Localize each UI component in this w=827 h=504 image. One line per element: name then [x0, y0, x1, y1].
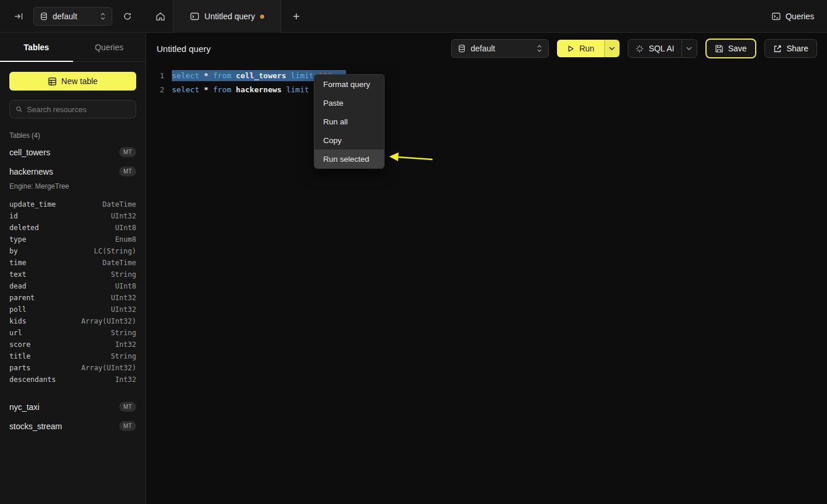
database-selector-value: default	[53, 12, 95, 21]
run-options-button[interactable]	[604, 40, 620, 57]
table-name: stocks_stream	[9, 422, 62, 431]
column-type: UInt32	[111, 294, 136, 302]
column-type: UInt32	[111, 305, 136, 314]
share-button[interactable]: Share	[764, 39, 817, 58]
sql-ai-button[interactable]: SQL AI	[628, 40, 681, 57]
column-row: parentUInt32	[9, 292, 136, 304]
column-name: url	[9, 329, 22, 337]
share-icon	[773, 44, 782, 53]
home-tab-button[interactable]	[148, 0, 172, 33]
query-toolbar: default Run SQL AI	[451, 39, 817, 58]
column-row: timeDateTime	[9, 257, 136, 269]
new-tab-button[interactable]	[288, 0, 305, 33]
table-row-hackernews[interactable]: hackernews MT	[0, 162, 146, 181]
column-name: text	[9, 270, 26, 279]
column-name: update_time	[9, 200, 56, 208]
column-name: parent	[9, 294, 34, 302]
database-icon	[40, 12, 48, 20]
column-name: by	[9, 247, 18, 255]
sql-ai-button-label: SQL AI	[649, 44, 674, 53]
sql-star: *	[204, 71, 213, 80]
engine-badge: MT	[119, 147, 136, 157]
sidebar-tab-tables[interactable]: Tables	[0, 33, 73, 61]
column-row: typeEnum8	[9, 234, 136, 245]
column-name: id	[9, 212, 18, 220]
table-name: cell_towers	[9, 148, 50, 157]
database-icon	[458, 44, 466, 53]
column-type: UInt8	[115, 282, 136, 290]
unsaved-indicator	[260, 15, 264, 19]
context-menu-item-run-all[interactable]: Run all	[314, 112, 384, 131]
search-input[interactable]	[27, 105, 130, 114]
column-row: descendantsInt32	[9, 374, 136, 385]
sidebar: Tables Queries New table Tables (4) cell…	[0, 33, 146, 504]
sidebar-tab-tables-label: Tables	[24, 43, 49, 52]
sparkle-icon	[635, 44, 644, 53]
collapse-sidebar-icon	[14, 12, 23, 21]
topbar: default Untitled query Queries	[0, 0, 827, 33]
column-type: UInt8	[115, 224, 136, 232]
context-menu-item-copy[interactable]: Copy	[314, 131, 384, 150]
database-selector-value: default	[470, 44, 532, 53]
engine-badge: MT	[119, 166, 136, 176]
table-name: nyc_taxi	[9, 402, 39, 412]
table-row-nyc-taxi[interactable]: nyc_taxi MT	[0, 397, 146, 416]
context-menu-item-format-query[interactable]: Format query	[314, 75, 384, 93]
column-type: Array(UInt32)	[81, 364, 136, 372]
column-name: kids	[9, 317, 26, 325]
sidebar-tabs: Tables Queries	[0, 33, 146, 62]
annotation-arrow	[380, 150, 439, 169]
column-name: descendants	[9, 376, 56, 384]
column-type: String	[111, 329, 136, 337]
chevron-down-icon	[609, 47, 615, 50]
run-button-label: Run	[579, 44, 594, 53]
line-number: 1	[147, 71, 164, 80]
plus-icon	[292, 12, 300, 20]
sql-ai-button-group: SQL AI	[628, 39, 697, 58]
query-tab[interactable]: Untitled query	[173, 0, 281, 33]
code-text: select * from hackernews limit	[172, 85, 309, 94]
table-icon	[48, 77, 57, 86]
column-type: UInt32	[111, 212, 136, 220]
column-row: idUInt32	[9, 210, 136, 222]
save-button-label: Save	[728, 44, 747, 53]
tables-section-label: Tables (4)	[9, 131, 136, 140]
table-row-cell-towers[interactable]: cell_towers MT	[0, 142, 146, 162]
column-name: dead	[9, 282, 26, 290]
column-type: String	[111, 270, 136, 279]
column-type: Enum8	[115, 235, 136, 244]
column-type: LC(String)	[94, 247, 136, 255]
refresh-button[interactable]	[119, 0, 136, 33]
database-selector[interactable]: default	[451, 39, 549, 58]
code-line[interactable]: 2 select * from hackernews limit	[147, 82, 827, 96]
search-icon	[16, 105, 22, 113]
context-menu-item-run-selected[interactable]: Run selected	[314, 150, 384, 168]
column-row: partsArray(UInt32)	[9, 362, 136, 374]
topbar-database-selector[interactable]: default	[33, 7, 112, 26]
sql-editor[interactable]: 1 select * from cell_towers limit 100 2 …	[147, 64, 827, 96]
queries-icon	[771, 12, 781, 21]
home-icon	[155, 12, 165, 22]
new-table-button-label: New table	[61, 77, 98, 86]
line-number: 2	[147, 85, 164, 94]
main-area: Untitled query default Run	[147, 33, 827, 504]
updown-chevron-icon	[537, 44, 542, 53]
code-line[interactable]: 1 select * from cell_towers limit 100	[147, 68, 827, 82]
table-row-stocks-stream[interactable]: stocks_stream MT	[0, 416, 146, 436]
table-name: hackernews	[9, 167, 53, 176]
save-button[interactable]: Save	[705, 39, 756, 58]
sidebar-tab-queries[interactable]: Queries	[73, 33, 146, 61]
column-row: textString	[9, 269, 136, 280]
page-title: Untitled query	[157, 44, 211, 54]
new-table-button[interactable]: New table	[9, 72, 136, 91]
context-menu-item-paste[interactable]: Paste	[314, 93, 384, 112]
save-icon	[715, 44, 724, 53]
run-button[interactable]: Run	[557, 40, 604, 57]
column-row: scoreInt32	[9, 339, 136, 350]
column-type: DateTime	[102, 259, 136, 267]
collapse-sidebar-button[interactable]	[11, 0, 27, 33]
queries-button[interactable]: Queries	[771, 0, 814, 33]
sql-keyword: from	[213, 85, 236, 94]
sidebar-tab-queries-label: Queries	[95, 43, 123, 52]
sql-ai-options-button[interactable]	[681, 40, 697, 57]
